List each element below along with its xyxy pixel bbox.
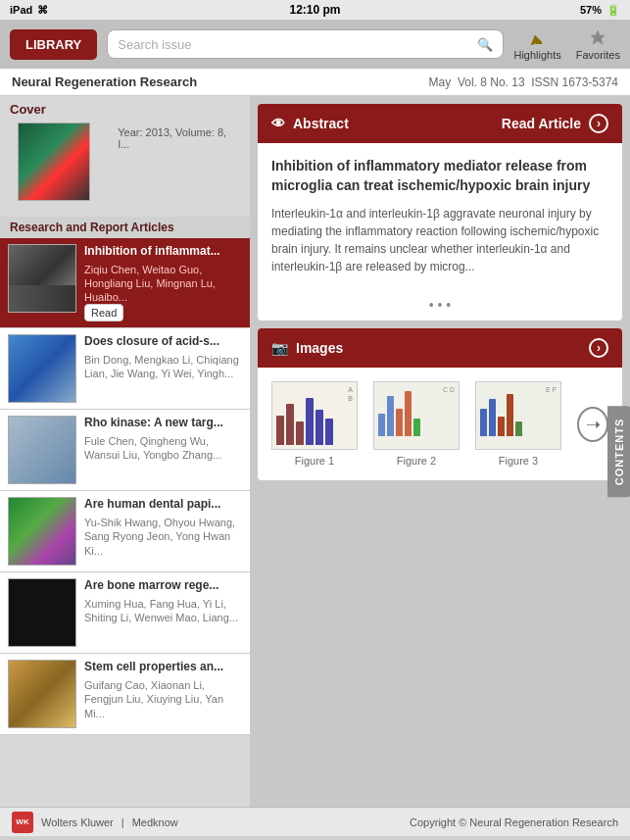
article-thumb-6 (8, 660, 76, 728)
favorites-button[interactable]: Favorites (576, 27, 620, 61)
abstract-body: Inhibition of inflammatory mediator rele… (258, 143, 622, 289)
article-item[interactable]: Are bone marrow rege... Xuming Hua, Fang… (0, 572, 250, 654)
left-panel: Cover Year: 2013, Volume: 8, I... Resear… (0, 96, 250, 807)
article-thumb-1 (8, 244, 76, 313)
figure-3-label: Figure 3 (499, 455, 538, 467)
status-time: 12:10 pm (289, 3, 340, 17)
footer-logo: WK (12, 812, 33, 833)
search-bar[interactable]: Search issue 🔍 (107, 29, 504, 59)
figure-1-label: Figure 1 (295, 455, 334, 467)
article-title-4: Are human dental papi... (84, 497, 242, 513)
article-thumb-2 (8, 334, 76, 403)
status-bar: iPad ⌘ 12:10 pm 57% 🔋 (0, 0, 630, 20)
footer-left: WK Wolters Kluwer | Medknow (12, 812, 178, 833)
abstract-text: Interleukin-1α and interleukin-1β aggrav… (271, 205, 608, 275)
abstract-more: • • • (258, 289, 622, 321)
publisher-label: Wolters Kluwer (41, 816, 114, 828)
images-label: Images (296, 340, 343, 356)
article-item[interactable]: Inhibition of inflammat... Ziqiu Chen, W… (0, 238, 250, 328)
research-section-header: Research and Report Articles (0, 217, 250, 238)
battery-label: 57% (580, 4, 602, 16)
copyright-label: Copyright © Neural Regeneration Research (410, 816, 618, 828)
figure-1-image: AB (271, 381, 358, 450)
figures-next-arrow[interactable]: ➝ (577, 407, 608, 442)
svg-rect-0 (536, 41, 542, 44)
footer: WK Wolters Kluwer | Medknow Copyright © … (0, 807, 630, 836)
abstract-header-left: 👁 Abstract (271, 116, 349, 131)
right-panel: 👁 Abstract Read Article › Inhibition of … (250, 96, 630, 807)
footer-divider: | (121, 816, 124, 828)
article-title-6: Stem cell properties an... (84, 660, 242, 675)
contents-tab[interactable]: CONTENTS (607, 406, 630, 497)
top-bar: LIBRARY Search issue 🔍 Highlights Favori… (0, 20, 630, 69)
read-article-label: Read Article (502, 116, 581, 131)
article-title-2: Does closure of acid-s... (84, 334, 242, 350)
article-info-3: Rho kinase: A new targ... Fule Chen, Qin… (84, 416, 242, 484)
top-icons: Highlights Favorites (513, 27, 620, 61)
read-article-button[interactable]: Read Article › (502, 114, 608, 133)
cover-header: Cover (0, 96, 250, 123)
images-section: 📷 Images › A (258, 328, 622, 480)
figure-2-image: C D (373, 381, 460, 450)
abstract-section: 👁 Abstract Read Article › Inhibition of … (258, 104, 622, 321)
article-info-6: Stem cell properties an... Guifang Cao, … (84, 660, 242, 728)
cover-image (18, 123, 90, 201)
abstract-header: 👁 Abstract Read Article › (258, 104, 622, 143)
search-placeholder: Search issue (118, 37, 191, 52)
article-thumb-5 (8, 578, 76, 647)
figure-3-image: E F (475, 381, 561, 450)
read-article-chevron-icon: › (589, 114, 608, 133)
article-title-1: Inhibition of inflammat... (84, 244, 242, 260)
figure-item: AB Figure 1 (271, 381, 358, 467)
images-icon: 📷 (271, 340, 288, 356)
article-authors-2: Bin Dong, Mengkao Li, Chiqiang Lian, Jie… (84, 353, 242, 381)
article-authors-5: Xuming Hua, Fang Hua, Yi Li, Shiting Li,… (84, 597, 242, 625)
favorites-icon (587, 27, 608, 49)
article-item[interactable]: Does closure of acid-s... Bin Dong, Meng… (0, 328, 250, 410)
article-item[interactable]: Rho kinase: A new targ... Fule Chen, Qin… (0, 410, 250, 491)
article-authors-6: Guifang Cao, Xiaonan Li, Fengjun Liu, Xi… (84, 678, 242, 720)
favorites-label: Favorites (576, 49, 620, 61)
figure-2-label: Figure 2 (397, 455, 436, 467)
images-header: 📷 Images › (258, 328, 622, 368)
read-button-1[interactable]: Read (84, 304, 123, 321)
main-content: Cover Year: 2013, Volume: 8, I... Resear… (0, 96, 630, 807)
article-thumb-3 (8, 416, 76, 484)
article-authors-4: Yu-Shik Hwang, Ohyou Hwang, Sang Ryong J… (84, 516, 242, 558)
article-title-3: Rho kinase: A new targ... (84, 416, 242, 431)
article-info-2: Does closure of acid-s... Bin Dong, Meng… (84, 334, 242, 403)
images-header-left: 📷 Images (271, 340, 343, 356)
abstract-label: Abstract (293, 116, 349, 131)
article-info-5: Are bone marrow rege... Xuming Hua, Fang… (84, 578, 242, 647)
footer-right: Copyright © Neural Regeneration Research (410, 816, 618, 828)
figure-item: C D Figure 2 (373, 381, 460, 467)
article-thumb-4 (8, 497, 76, 566)
wifi-icon: ⌘ (37, 4, 48, 17)
cover-text: Year: 2013, Volume: 8, I... (108, 123, 242, 158)
journal-title: Neural Regeneration Research (12, 74, 197, 89)
battery-icon: 🔋 (606, 4, 620, 17)
article-info-4: Are human dental papi... Yu-Shik Hwang, … (84, 497, 242, 566)
abstract-eye-icon: 👁 (271, 116, 285, 131)
status-right: 57% 🔋 (580, 4, 620, 17)
article-title-5: Are bone marrow rege... (84, 578, 242, 594)
article-info-1: Inhibition of inflammat... Ziqiu Chen, W… (84, 244, 242, 321)
article-authors-1: Ziqiu Chen, Weitao Guo, Hongliang Liu, M… (84, 263, 242, 305)
ipad-label: iPad (10, 4, 32, 16)
journal-meta: May Vol. 8 No. 13 ISSN 1673-5374 (429, 75, 618, 89)
highlights-icon (527, 27, 549, 49)
images-body: AB Figure 1 C D (258, 368, 622, 480)
article-authors-3: Fule Chen, Qingheng Wu, Wansui Liu, Yong… (84, 434, 242, 463)
article-item[interactable]: Are human dental papi... Yu-Shik Hwang, … (0, 491, 250, 572)
status-left: iPad ⌘ (10, 4, 48, 17)
images-chevron-icon[interactable]: › (589, 338, 608, 358)
library-button[interactable]: LIBRARY (10, 29, 97, 60)
search-icon: 🔍 (477, 37, 493, 52)
journal-header: Neural Regeneration Research May Vol. 8 … (0, 69, 630, 96)
article-item[interactable]: Stem cell properties an... Guifang Cao, … (0, 654, 250, 735)
highlights-button[interactable]: Highlights (513, 27, 560, 61)
abstract-article-title: Inhibition of inflammatory mediator rele… (271, 157, 608, 195)
highlights-label: Highlights (513, 49, 560, 61)
figure-item: E F Figure 3 (475, 381, 561, 467)
partner-label: Medknow (132, 816, 178, 828)
